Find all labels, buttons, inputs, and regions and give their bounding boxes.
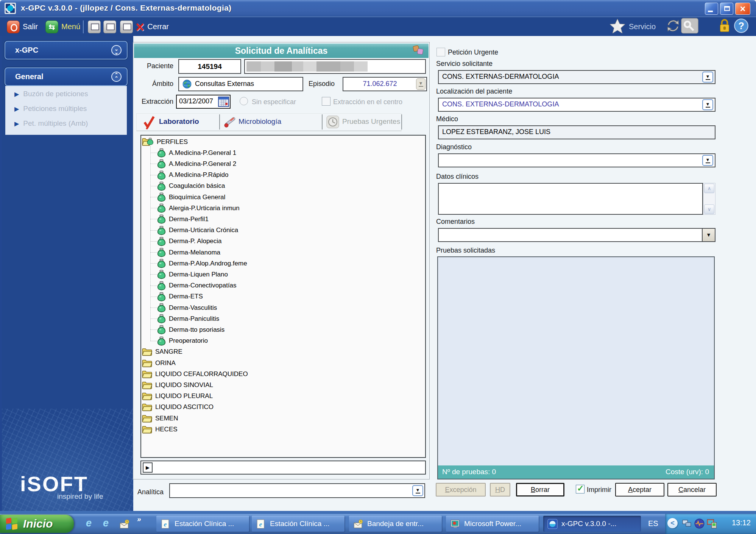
maximize-button[interactable]: [720, 3, 733, 15]
cancelar-button[interactable]: Cancelar: [667, 483, 717, 497]
ambito-field[interactable]: Consultas Externas: [178, 77, 303, 91]
diagnostico-combo[interactable]: ▼: [438, 153, 715, 167]
servicio-solicitante-dropdown-button[interactable]: ▼: [702, 72, 713, 83]
minimize-button[interactable]: [705, 3, 718, 15]
paciente-name-field[interactable]: [244, 59, 426, 74]
window-tool-2-button[interactable]: [103, 17, 116, 36]
sidebar-item-1[interactable]: ▶Buzón de peticiones: [14, 90, 88, 98]
peticion-urgente-checkbox[interactable]: [436, 48, 445, 56]
tree-item[interactable]: Derma-Melanoma: [157, 247, 220, 258]
tree-item[interactable]: Derma-Conectivopatías: [157, 280, 237, 291]
imprimir-checkbox[interactable]: ✓: [576, 485, 585, 493]
tree-item[interactable]: Derma-ETS: [157, 291, 203, 302]
scroll-up-button[interactable]: ∧: [704, 184, 714, 193]
sin-especificar-radio[interactable]: [240, 97, 248, 105]
quicklaunch-chevron[interactable]: »: [137, 515, 141, 523]
analitica-dropdown-button[interactable]: ▼: [412, 485, 423, 496]
tree-item[interactable]: Derma-Vasculitis: [157, 302, 217, 313]
tree-item[interactable]: Derma-Perfil1: [157, 214, 209, 225]
analitica-combo[interactable]: ▼: [169, 483, 425, 498]
sidebar-item-2[interactable]: ▶Peticiones múltiples: [14, 105, 87, 113]
tree-item[interactable]: Derma-Paniculitis: [157, 313, 219, 324]
paciente-id-field[interactable]: 145194: [178, 59, 241, 74]
tree-item[interactable]: Derma-Liquen Plano: [157, 269, 228, 280]
menu-button[interactable]: ⇆ Menú: [45, 17, 80, 36]
tests-tree[interactable]: PERFILESA.Medicina-P.General 1A.Medicina…: [140, 135, 426, 458]
quicklaunch-ie-icon-1[interactable]: e: [86, 517, 92, 529]
tab-pruebas-urgentes[interactable]: Pruebas Urgentes: [326, 114, 402, 131]
tree-item[interactable]: Derma-Urticaria Crónica: [157, 225, 238, 236]
tree-folder[interactable]: LIQUIDO ASCITICO: [142, 402, 214, 413]
window-tool-3-button[interactable]: [120, 17, 133, 36]
tree-item[interactable]: Derma-tto psoriasis: [157, 324, 224, 335]
localizacion-dropdown-button[interactable]: ▼: [702, 99, 713, 110]
extraccion-field[interactable]: 03/12/2007: [176, 95, 231, 109]
expand-arrow-button[interactable]: ▶: [143, 462, 153, 473]
tree-item[interactable]: A.Medicina-P.General 2: [157, 158, 236, 169]
tree-item[interactable]: Alergia-P.Urticaria inmun: [157, 203, 240, 214]
tree-item[interactable]: Bioquímica General: [157, 192, 225, 203]
start-button[interactable]: Inicio: [0, 515, 74, 533]
taskbar-task-5[interactable]: x-GPC v.3.0.0 -...: [543, 516, 641, 532]
tree-item[interactable]: A.Medicina-P.General 1: [157, 147, 236, 158]
tree-folder[interactable]: LIQUIDO PLEURAL: [142, 391, 213, 402]
cerrar-button[interactable]: × Cerrar: [136, 17, 169, 36]
datos-clinicos-scrollbar[interactable]: ∧ ∨: [703, 183, 715, 215]
sidebar-panel-xgpc[interactable]: x-GPC ⌄⌄: [5, 41, 128, 59]
tree-item[interactable]: Derma-P. Alopecia: [157, 236, 222, 247]
close-button[interactable]: ×: [735, 3, 750, 15]
chevron-double-up-icon[interactable]: ⌃⌃: [111, 72, 122, 82]
chevron-double-down-icon[interactable]: ⌄⌄: [111, 45, 122, 55]
tray-chevron-icon[interactable]: <: [667, 518, 678, 528]
pruebas-solicitadas-box[interactable]: Nº de pruebas: 0 Coste (urv): 0: [437, 256, 715, 479]
tree-root-perfiles[interactable]: PERFILES: [142, 136, 188, 147]
medico-field[interactable]: LOPEZ ESTEBARANZ, JOSE LUIS: [438, 125, 715, 139]
hd-button[interactable]: HD: [490, 483, 510, 497]
tree-folder[interactable]: LIQUIDO CEFALORRAQUIDEO: [142, 368, 248, 379]
taskbar-task-3[interactable]: Bandeja de entr...: [349, 516, 442, 532]
taskbar-task-1[interactable]: eEstación Clínica ...: [156, 516, 249, 532]
lock-button[interactable]: [718, 17, 731, 36]
diagnostico-dropdown-button[interactable]: ▼: [702, 155, 713, 166]
tree-folder[interactable]: SANGRE: [142, 347, 182, 358]
key-button[interactable]: [681, 17, 699, 36]
tab-microbiologia[interactable]: Microbiología: [223, 114, 318, 131]
sidebar-panel-general[interactable]: General ⌃⌃: [5, 67, 128, 86]
servicio-button[interactable]: Servicio: [609, 17, 656, 36]
lang-indicator[interactable]: ES: [648, 519, 658, 528]
tree-folder[interactable]: SEMEN: [142, 413, 178, 424]
help-button[interactable]: ?: [734, 17, 749, 36]
tree-item[interactable]: Coagulación básica: [157, 181, 225, 192]
quicklaunch-ie-icon-2[interactable]: e: [103, 517, 109, 529]
datos-clinicos-textarea[interactable]: [438, 183, 703, 215]
tree-item[interactable]: A.Medicina-P.Rápido: [157, 170, 229, 181]
tree-item[interactable]: Derma-P.Alop.Androg.feme: [157, 258, 247, 269]
comentarios-dropdown-button[interactable]: ▼: [702, 229, 715, 241]
episodio-dropdown-button[interactable]: ▼: [416, 78, 426, 90]
extraccion-centro-checkbox[interactable]: [322, 97, 330, 106]
tab-laboratorio[interactable]: Laboratorio: [143, 114, 218, 131]
tree-item[interactable]: Preoperatorio: [157, 336, 208, 347]
taskbar-task-4[interactable]: Microsoft Power...: [446, 516, 539, 532]
quicklaunch-mail-icon[interactable]: [119, 519, 130, 532]
sidebar-item-3[interactable]: ▶Pet. múltiples (Amb): [14, 119, 88, 128]
tree-folder[interactable]: LIQUIDO SINOVIAL: [142, 379, 213, 390]
salir-button[interactable]: Salir: [7, 17, 38, 36]
calendar-icon[interactable]: [218, 96, 229, 109]
localizacion-combo[interactable]: CONS. EXTERNAS-DERMATOLOGIA ▼: [438, 98, 715, 112]
tray-network-icon[interactable]: [682, 518, 692, 528]
aceptar-button[interactable]: Aceptar: [615, 483, 664, 497]
episodio-field[interactable]: 71.062.672 ▼: [343, 77, 427, 91]
window-tool-1-button[interactable]: [88, 17, 101, 36]
taskbar-task-2[interactable]: eEstación Clínica ...: [252, 516, 344, 532]
tree-folder[interactable]: ORINA: [142, 358, 176, 368]
borrar-button[interactable]: Borrar: [516, 483, 564, 497]
excepcion-button[interactable]: Excepción: [436, 483, 486, 497]
tree-folder[interactable]: HECES: [142, 424, 178, 435]
comentarios-combo[interactable]: ▼: [438, 228, 715, 242]
tray-activity-icon[interactable]: [694, 518, 704, 528]
scroll-down-button[interactable]: ∨: [704, 205, 714, 214]
refresh-button[interactable]: [666, 17, 681, 36]
tray-pc-icon[interactable]: [707, 518, 717, 528]
servicio-solicitante-combo[interactable]: CONS. EXTERNAS-DERMATOLOGIA ▼: [438, 70, 715, 84]
